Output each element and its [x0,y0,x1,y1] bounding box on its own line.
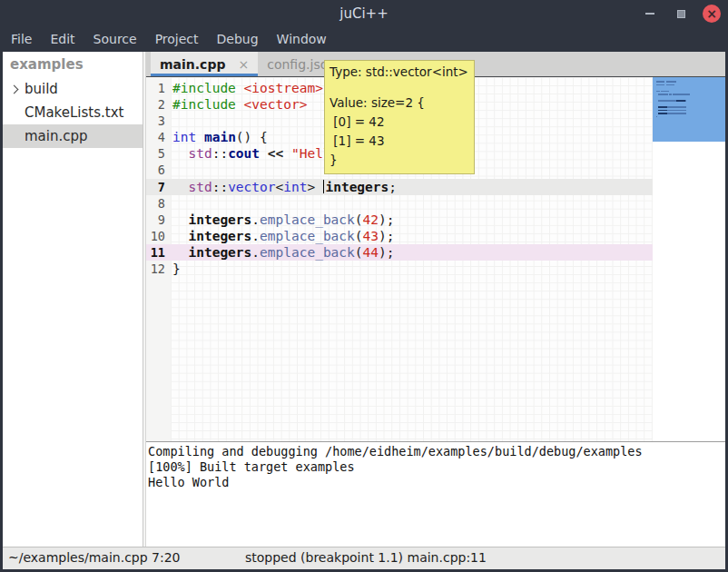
token: #include [172,97,236,112]
minimap-mark [658,113,666,114]
minimap-mark [658,106,666,108]
minimap-mark [658,110,666,112]
line-number[interactable]: 3 [146,113,171,129]
close-button[interactable]: × [703,5,721,23]
minimize-icon [645,13,654,15]
line-number[interactable]: 9 [146,212,171,228]
token: ); [379,229,394,243]
code-text: #include <vector> [172,96,307,113]
tooltip-line: Type: std::vector<int> [330,63,468,82]
token: emplace_back [260,245,355,260]
token: ; [389,180,397,194]
token: 44 [363,245,379,260]
sidebar-item-cmakelists-txt[interactable]: CMakeLists.txt [3,101,143,124]
app-window: juCi++ × FileEditSourceProjectDebugWindo… [0,0,728,572]
minimap-line [656,116,725,120]
token: ( [355,229,363,243]
line-number[interactable]: 6 [146,162,171,178]
titlebar[interactable]: juCi++ × [0,0,728,27]
minimap-mark [668,113,681,114]
token: . [251,212,260,227]
minimap-mark [676,100,684,102]
line-number[interactable]: 1 [146,80,171,96]
line-number[interactable]: 12 [146,261,171,277]
token: integers [325,180,389,194]
code-line[interactable]: 10 integers.emplace_back(43); [146,228,653,244]
code-line[interactable]: 7 std::vector<int> integers; [146,179,653,195]
token: integers [188,212,251,227]
tab-close-icon[interactable]: × [238,58,249,71]
line-number[interactable]: 5 [146,145,171,162]
token: int [172,130,196,144]
minimap-mark [668,106,681,108]
terminal-output[interactable]: Compiling and debugging /home/eidheim/ex… [146,441,725,547]
minimap-mark [666,84,674,86]
sidebar-item-main-cpp[interactable]: main.cpp [3,124,143,148]
line-number[interactable]: 4 [146,129,171,145]
minimap-mark [684,106,686,108]
token: emplace_back [260,212,355,227]
token [236,81,244,95]
sidebar-item-label: main.cpp [25,124,88,148]
sidebar-item-build[interactable]: build [3,77,143,101]
token: . [251,229,260,243]
token [172,146,188,161]
token: . [251,245,260,260]
token: #include [172,81,236,95]
tooltip-line: } [330,151,468,170]
minimap-mark [684,110,686,112]
token [283,146,291,161]
token: 42 [363,212,379,227]
project-name: examples [3,52,143,77]
menu-source[interactable]: Source [84,27,146,52]
code-line[interactable]: 11 integers.emplace_back(44); [146,244,653,261]
sidebar-item-label: CMakeLists.txt [25,101,123,124]
menu-file[interactable]: File [2,27,41,52]
restore-button[interactable] [672,5,690,23]
minimap-mark [668,110,681,112]
menu-window[interactable]: Window [268,27,336,52]
menu-bar: FileEditSourceProjectDebugWindow [0,27,728,52]
token [236,97,244,112]
menu-edit[interactable]: Edit [41,27,84,52]
minimap-mark [685,100,686,102]
code-text: int main() { [172,129,268,145]
minimap[interactable] [653,77,725,441]
code-text: integers.emplace_back(43); [172,228,394,244]
menu-debug[interactable]: Debug [208,27,268,52]
close-icon: × [706,5,717,22]
tooltip-line: [1] = 43 [330,132,468,151]
token: << [268,146,283,161]
code-text: integers.emplace_back(44); [172,244,394,261]
minimap-mark [656,116,657,118]
token [172,245,188,260]
token: <vector> [244,97,308,112]
line-number[interactable]: 2 [146,96,171,113]
status-file-position: ~/examples/main.cpp 7:20 [8,550,181,565]
token: } [172,261,181,276]
minimap-mark [666,81,677,83]
file-tree: buildCMakeLists.txtmain.cpp [3,77,143,148]
menu-project[interactable]: Project [146,27,208,52]
token: integers [188,245,251,260]
line-number[interactable]: 11 [146,244,171,261]
code-text: #include <iostream> [172,80,323,96]
code-line[interactable]: 9 integers.emplace_back(42); [146,212,653,228]
token: :: [212,146,228,161]
token [172,180,188,194]
line-number[interactable]: 7 [146,179,171,195]
token: vector [228,180,275,194]
line-number[interactable]: 10 [146,228,171,244]
code-line[interactable]: 12} [146,261,653,277]
window-controls: × [641,0,721,27]
tooltip-line [330,82,468,94]
code-line[interactable]: 8 [146,195,653,212]
tab-main-cpp[interactable]: main.cpp× [151,52,258,76]
terminal-line: Compiling and debugging /home/eidheim/ex… [148,444,725,459]
minimap-viewport[interactable] [653,77,725,142]
minimize-button[interactable] [641,5,659,23]
minimap-mark [688,94,689,95]
token: std [188,180,212,194]
token [260,146,268,161]
line-number[interactable]: 8 [146,195,171,212]
